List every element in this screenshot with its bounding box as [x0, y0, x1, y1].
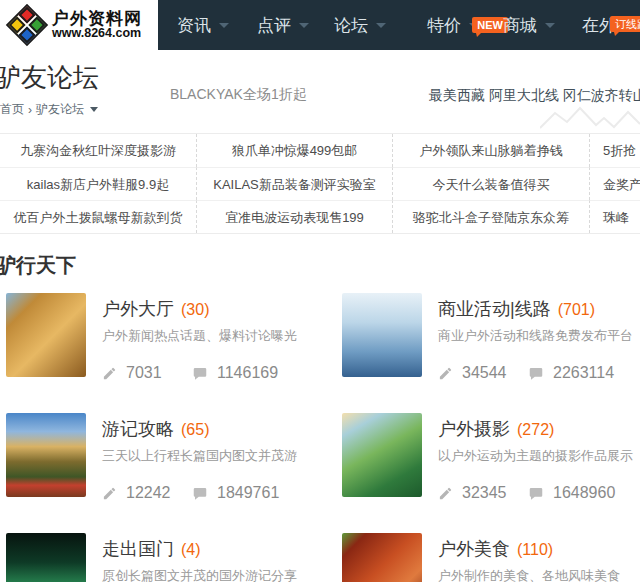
quick-link[interactable]: KAILAS新品装备测评实验室: [196, 167, 392, 200]
quick-link[interactable]: kailas新店户外鞋服9.9起: [0, 167, 196, 200]
forum-count: (272): [517, 421, 554, 439]
forum-thumbnail[interactable]: [342, 533, 422, 582]
forum-stats: 34544 2263114: [438, 364, 633, 382]
pencil-icon: [102, 486, 117, 501]
site-logo[interactable]: 户外资料网 www.8264.com: [0, 0, 158, 50]
forum-card-commercial-routes: 商业活动|线路 (701) 商业户外活动和线路免费发布平台 34544 2263…: [342, 293, 640, 377]
forum-card-outdoor-photography: 户外摄影 (272) 以户外运动为主题的摄影作品展示 32345 1648960: [342, 413, 640, 497]
thread-count: 7031: [126, 364, 162, 382]
quick-link[interactable]: 金奖产: [589, 167, 640, 200]
quick-links-grid: 九寨沟金秋红叶深度摄影游 狼爪单冲惊爆499包邮 户外领队来山脉躺着挣钱 5折抢…: [0, 133, 640, 234]
thread-count: 12242: [126, 484, 171, 502]
nav-item-mall[interactable]: 商城: [503, 14, 555, 37]
thread-count: 34544: [462, 364, 507, 382]
quick-link[interactable]: 户外领队来山脉躺着挣钱: [392, 134, 589, 167]
forum-thumbnail[interactable]: [6, 413, 86, 497]
forum-thumbnail[interactable]: [6, 533, 86, 582]
chevron-down-icon: [299, 23, 309, 28]
forum-description: 以户外运动为主题的摄影作品展示: [438, 447, 633, 465]
quick-link[interactable]: 今天什么装备值得买: [392, 167, 589, 200]
forum-thumbnail[interactable]: [342, 293, 422, 377]
post-count: 1849761: [217, 484, 279, 502]
quick-link[interactable]: 狼爪单冲惊爆499包邮: [196, 134, 392, 167]
breadcrumb-home[interactable]: 首页: [0, 101, 24, 118]
forum-description: 户外新闻热点话题、爆料讨论曝光: [102, 327, 297, 345]
mountain-zigzag-decoration: [540, 104, 640, 130]
forum-count: (65): [181, 421, 209, 439]
forum-title[interactable]: 户外大厅: [102, 297, 174, 321]
post-count: 1146169: [217, 364, 278, 382]
forum-description: 三天以上行程长篇国内图文并茂游: [102, 447, 297, 465]
pencil-icon: [438, 486, 453, 501]
forum-card-travel-guides: 游记攻略 (65) 三天以上行程长篇国内图文并茂游 12242 1849761: [6, 413, 336, 497]
breadcrumb-current[interactable]: 驴友论坛: [36, 101, 84, 118]
post-count: 2263114: [553, 364, 614, 382]
top-navbar: 户外资料网 www.8264.com 资讯 点评 论坛 特价 NEW: [0, 0, 640, 50]
quick-link[interactable]: 宜准电波运动表现售199: [196, 200, 392, 233]
pencil-icon: [438, 366, 453, 381]
pencil-icon: [102, 366, 117, 381]
section-title: 驴行天下: [0, 252, 76, 279]
forum-count: (110): [517, 541, 553, 559]
quick-link[interactable]: 优百户外土拨鼠螺母新款到货: [0, 200, 196, 233]
logo-diamond-icon: [4, 2, 50, 48]
promo-link-blackyak[interactable]: BLACKYAK全场1折起: [170, 86, 307, 104]
forum-title[interactable]: 户外美食: [438, 537, 510, 561]
comment-icon: [192, 366, 208, 381]
forum-card-outdoor-food: 户外美食 (110) 户外制作的美食、各地风味美食: [342, 533, 640, 582]
forum-description: 商业户外活动和线路免费发布平台: [438, 327, 633, 345]
logo-title: 户外资料网: [52, 10, 142, 28]
forum-stats: 12242 1849761: [102, 484, 297, 502]
nav-item-deals[interactable]: 特价 NEW: [427, 14, 479, 37]
comment-icon: [528, 366, 544, 381]
page-title: 驴友论坛: [0, 60, 99, 95]
page: 户外资料网 www.8264.com 资讯 点评 论坛 特价 NEW: [0, 0, 640, 582]
forum-card-going-abroad: 走出国门 (4) 原创长篇图文并茂的国外游记分享: [6, 533, 336, 582]
breadcrumb: 首页 › 驴友论坛: [0, 101, 98, 118]
logo-url: www.8264.com: [52, 27, 142, 40]
chevron-down-icon[interactable]: [90, 107, 98, 112]
route-badge: 订线路: [610, 16, 640, 32]
thread-count: 32345: [462, 484, 507, 502]
quick-link[interactable]: 九寨沟金秋红叶深度摄影游: [0, 134, 196, 167]
chevron-down-icon: [376, 23, 386, 28]
forum-title[interactable]: 户外摄影: [438, 417, 510, 441]
forum-title[interactable]: 商业活动|线路: [438, 297, 551, 321]
nav-item-forum[interactable]: 论坛: [334, 14, 386, 37]
breadcrumb-separator: ›: [28, 103, 32, 117]
chevron-down-icon: [219, 23, 229, 28]
main-nav: 资讯 点评 论坛 特价 NEW 商城 在外: [158, 0, 640, 50]
comment-icon: [192, 486, 208, 501]
forum-title[interactable]: 游记攻略: [102, 417, 174, 441]
forum-thumbnail[interactable]: [342, 413, 422, 497]
quick-link[interactable]: 5折抢 《: [589, 134, 640, 167]
forum-description: 户外制作的美食、各地风味美食: [438, 567, 620, 582]
forum-stats: 32345 1648960: [438, 484, 633, 502]
forum-count: (4): [181, 541, 201, 559]
forum-thumbnail[interactable]: [6, 293, 86, 377]
forum-count: (701): [558, 301, 595, 319]
forum-count: (30): [181, 301, 209, 319]
nav-item-news[interactable]: 资讯: [177, 14, 229, 37]
quick-link[interactable]: 珠峰: [589, 200, 640, 233]
chevron-down-icon: [545, 23, 555, 28]
nav-item-reviews[interactable]: 点评: [257, 14, 309, 37]
forum-card-outdoor-hall: 户外大厅 (30) 户外新闻热点话题、爆料讨论曝光 7031 1146169: [6, 293, 336, 377]
forum-title[interactable]: 走出国门: [102, 537, 174, 561]
forum-stats: 7031 1146169: [102, 364, 297, 382]
forum-description: 原创长篇图文并茂的国外游记分享: [102, 567, 297, 582]
comment-icon: [528, 486, 544, 501]
forum-card-grid: 户外大厅 (30) 户外新闻热点话题、爆料讨论曝光 7031 1146169 商…: [0, 293, 640, 582]
promo-link-tibet[interactable]: 最美西藏 阿里大北线 冈仁波齐转山 双: [429, 87, 640, 105]
quick-link[interactable]: 骆驼北斗盒子登陆京东众筹: [392, 200, 589, 233]
post-count: 1648960: [553, 484, 615, 502]
